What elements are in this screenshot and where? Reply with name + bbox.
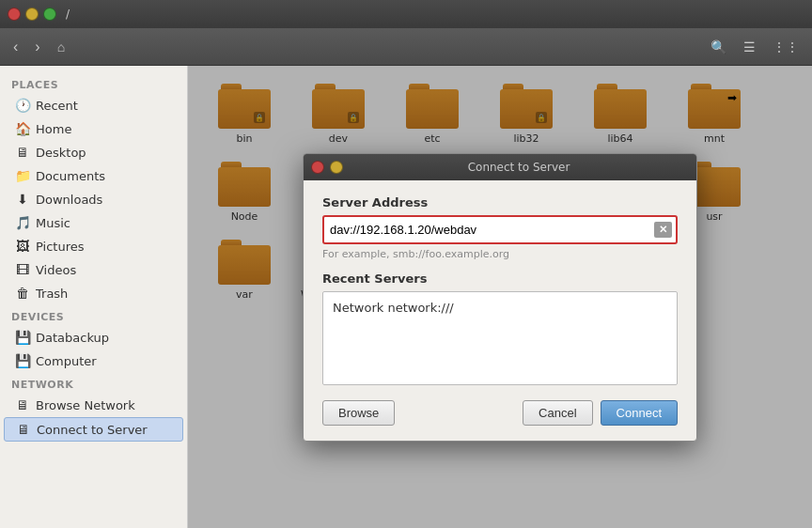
network-section-label: Network	[0, 373, 187, 393]
modal-buttons: Browse Cancel Connect	[322, 400, 678, 426]
close-button[interactable]	[8, 8, 21, 21]
sidebar-item-trash-label: Trash	[36, 287, 68, 301]
search-button[interactable]: 🔍	[705, 36, 732, 58]
pictures-icon: 🖼	[15, 239, 30, 254]
browse-network-icon: 🖥	[15, 397, 30, 412]
server-address-input-wrapper: ✕	[322, 215, 678, 244]
places-section-label: Places	[0, 73, 187, 93]
server-address-input[interactable]	[328, 219, 654, 241]
sidebar-item-recent-label: Recent	[36, 99, 78, 113]
maximize-button[interactable]	[43, 8, 56, 21]
sidebar-item-computer[interactable]: 💾 Computer	[4, 349, 183, 372]
recent-icon: 🕐	[15, 98, 30, 113]
modal-titlebar: Connect to Server	[304, 154, 696, 180]
devices-section-label: Devices	[0, 305, 187, 325]
sidebar-item-home-label: Home	[36, 122, 71, 136]
sidebar-item-databackup-label: Databackup	[36, 331, 109, 345]
connect-button[interactable]: Connect	[601, 400, 678, 426]
home-button[interactable]: ⌂	[52, 36, 70, 58]
recent-servers-label: Recent Servers	[322, 272, 678, 286]
sidebar-item-desktop-label: Desktop	[36, 146, 86, 160]
sidebar-item-connect-server-label: Connect to Server	[37, 423, 148, 437]
forward-button[interactable]: ›	[29, 35, 45, 59]
main-layout: Places 🕐 Recent 🏠 Home 🖥 Desktop 📁 Docum…	[0, 66, 812, 528]
recent-servers-list: Network network:///	[322, 291, 678, 385]
sidebar-item-pictures-label: Pictures	[36, 240, 84, 254]
recent-server-item[interactable]: Network network:///	[329, 298, 671, 318]
connect-to-server-modal: Connect to Server Server Address ✕ For e…	[303, 153, 697, 442]
sidebar-item-documents[interactable]: 📁 Documents	[4, 164, 183, 187]
modal-body: Server Address ✕ For example, smb://foo.…	[304, 180, 696, 441]
modal-overlay: Connect to Server Server Address ✕ For e…	[188, 66, 812, 528]
videos-icon: 🎞	[15, 262, 30, 277]
sidebar-item-music[interactable]: 🎵 Music	[4, 211, 183, 234]
sidebar: Places 🕐 Recent 🏠 Home 🖥 Desktop 📁 Docum…	[0, 66, 188, 528]
file-area: 🔒 bin 🔒 dev etc 🔒 lib32 lib64 ➡	[188, 66, 812, 528]
connect-server-icon: 🖥	[16, 422, 31, 437]
toolbar: ‹ › ⌂ 🔍 ☰ ⋮⋮	[0, 28, 812, 66]
sidebar-item-downloads[interactable]: ⬇ Downloads	[4, 188, 183, 210]
documents-icon: 📁	[15, 168, 30, 183]
grid-view-button[interactable]: ⋮⋮	[767, 36, 804, 58]
sidebar-item-trash[interactable]: 🗑 Trash	[4, 282, 183, 304]
window-controls	[8, 8, 56, 21]
sidebar-item-connect-to-server[interactable]: 🖥 Connect to Server	[4, 417, 183, 442]
computer-icon: 💾	[15, 353, 30, 368]
sidebar-item-browse-network-label: Browse Network	[36, 398, 135, 412]
databackup-icon: 💾	[15, 330, 30, 345]
sidebar-item-desktop[interactable]: 🖥 Desktop	[4, 141, 183, 163]
sidebar-item-music-label: Music	[36, 216, 70, 230]
sidebar-item-databackup[interactable]: 💾 Databackup	[4, 326, 183, 349]
sidebar-item-downloads-label: Downloads	[36, 193, 102, 207]
server-address-example: For example, smb://foo.example.org	[322, 248, 678, 260]
sidebar-item-recent[interactable]: 🕐 Recent	[4, 94, 183, 116]
downloads-icon: ⬇	[15, 192, 30, 207]
menu-button[interactable]: ☰	[738, 36, 761, 58]
modal-title: Connect to Server	[349, 161, 689, 174]
music-icon: 🎵	[15, 215, 30, 230]
server-address-clear-button[interactable]: ✕	[654, 222, 672, 238]
sidebar-item-documents-label: Documents	[36, 169, 105, 183]
sidebar-item-videos-label: Videos	[36, 263, 76, 277]
sidebar-item-videos[interactable]: 🎞 Videos	[4, 258, 183, 281]
trash-icon: 🗑	[15, 286, 30, 301]
browse-button[interactable]: Browse	[322, 400, 395, 426]
sidebar-item-browse-network[interactable]: 🖥 Browse Network	[4, 394, 183, 416]
back-button[interactable]: ‹	[8, 35, 23, 59]
desktop-icon: 🖥	[15, 145, 30, 160]
cancel-button[interactable]: Cancel	[523, 400, 592, 426]
sidebar-item-computer-label: Computer	[36, 354, 97, 368]
modal-close-button[interactable]	[311, 161, 324, 174]
window-title: /	[66, 8, 70, 21]
sidebar-item-home[interactable]: 🏠 Home	[4, 117, 183, 140]
server-address-label: Server Address	[322, 195, 678, 210]
modal-minimize-button[interactable]	[330, 161, 343, 174]
title-bar: /	[0, 0, 812, 28]
sidebar-item-pictures[interactable]: 🖼 Pictures	[4, 235, 183, 257]
modal-btn-group: Cancel Connect	[523, 400, 678, 426]
minimize-button[interactable]	[25, 8, 39, 21]
home-icon: 🏠	[15, 121, 30, 136]
